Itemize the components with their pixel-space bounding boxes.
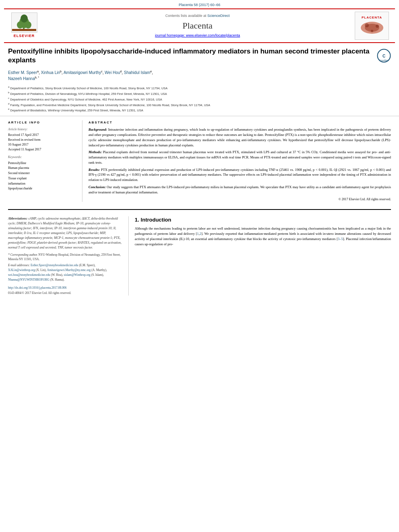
- background-text: Intrauterine infection and inflammation …: [88, 127, 391, 147]
- author-lin[interactable]: Xinhua Lin: [41, 70, 60, 75]
- svg-point-3: [25, 21, 31, 29]
- corresponding-section: * Corresponding author. NYU-Winthrop Hos…: [8, 253, 122, 262]
- affil-c: c Department of Obstetrics and Gynecolog…: [8, 96, 391, 102]
- ref-2-link[interactable]: 2: [200, 232, 201, 236]
- journal-center-header: Contents lists available at ScienceDirec…: [44, 13, 351, 38]
- abstract-text: Background: Intrauterine infection and i…: [88, 127, 391, 148]
- ref-3-5-link[interactable]: 3–5: [338, 237, 343, 241]
- intro-text: Although the mechanisms leading to prete…: [135, 226, 391, 247]
- history-label: Article history:: [8, 127, 76, 131]
- email-lin[interactable]: XALin@winthrop.org: [8, 268, 35, 272]
- author-speer-sup: a: [37, 70, 39, 73]
- author-islam[interactable]: Shahidul Islam: [124, 70, 150, 75]
- revised-label: Received in revised form: [8, 138, 76, 142]
- author-hou[interactable]: Wei Hou: [105, 70, 120, 75]
- author-islam-sup: e: [150, 70, 152, 73]
- svg-point-2: [17, 21, 23, 29]
- abstract-col: ABSTRACT Background: Intrauterine infect…: [82, 120, 391, 201]
- article-title: Pentoxifylline inhibits lipopolysacchari…: [8, 47, 373, 65]
- authors-section: Esther M. Speera, Xinhua Linb, Amitasrig…: [0, 68, 399, 84]
- keyword-4: Tissue explant: [8, 176, 76, 181]
- placenta-logo-image: [358, 20, 386, 36]
- page: Placenta 58 (2017) 60–66 ELSEVIER: [0, 0, 399, 299]
- elsevier-tree-icon: [12, 14, 36, 32]
- authors-line: Esther M. Speera, Xinhua Linb, Amitasrig…: [8, 70, 391, 82]
- abbreviations-header: Abbreviations: cAMP, cyclic adenosine mo…: [8, 216, 122, 250]
- footer-notes-col: Abbreviations: cAMP, cyclic adenosine mo…: [8, 216, 129, 296]
- sciencedirect-link[interactable]: ScienceDirect: [208, 14, 230, 18]
- svg-rect-5: [12, 29, 36, 31]
- author-speer[interactable]: Esther M. Speer: [8, 70, 37, 75]
- keyword-2: Human placenta: [8, 166, 76, 171]
- results-text: PTX preferentially inhibited placental e…: [88, 168, 391, 182]
- keywords-label: Keywords:: [8, 155, 76, 159]
- sciencedirect-label: Contents lists available at ScienceDirec…: [44, 13, 351, 18]
- journal-header: ELSEVIER Contents lists available at Sci…: [4, 8, 395, 43]
- keyword-6: lipopolysaccharide: [8, 186, 76, 191]
- author-hanna-sup: b, *: [35, 76, 39, 79]
- journal-homepage-link[interactable]: journal homepage: www.elsevier.com/locat…: [155, 33, 240, 37]
- doi-section: http://dx.doi.org/10.1016/j.placenta.201…: [8, 286, 122, 290]
- methods-text: Placental explants derived from normal s…: [88, 150, 391, 164]
- keyword-5: inflammation: [8, 181, 76, 187]
- copyright-line: © 2017 Elsevier Ltd. All rights reserved…: [88, 197, 391, 201]
- doi-link[interactable]: http://dx.doi.org/10.1016/j.placenta.201…: [8, 286, 66, 290]
- introduction-col: 1. Introduction Although the mechanisms …: [129, 216, 391, 296]
- author-murthy-sup: c: [101, 70, 103, 73]
- keyword-3: Second trimester: [8, 171, 76, 176]
- journal-title: Placenta: [44, 20, 351, 32]
- placenta-logo-area: PLACENTA: [355, 12, 391, 40]
- intro-section-number: 1.: [135, 216, 139, 224]
- conclusion-paragraph: Conclusion: Our study suggests that PTX …: [88, 185, 391, 195]
- journal-citation-bar: Placenta 58 (2017) 60–66: [0, 0, 399, 8]
- issn-section: 0143-4004/© 2017 Elsevier Ltd. All right…: [8, 291, 122, 295]
- placenta-logo-box: PLACENTA: [355, 12, 389, 40]
- conclusion-label: Conclusion:: [88, 185, 107, 189]
- elsevier-brand-text: ELSEVIER: [14, 33, 35, 39]
- author-lin-sup: b: [60, 70, 62, 73]
- crossmark-icon[interactable]: C CrossMark: [377, 49, 391, 63]
- journal-homepage: journal homepage: www.elsevier.com/locat…: [44, 33, 351, 38]
- affil-d: d Family, Population, and Preventive Med…: [8, 102, 391, 107]
- methods-paragraph: Methods: Placental explants derived from…: [88, 150, 391, 165]
- email-murthy[interactable]: Amitasrigowri.Murthy@ny.nmc.org: [47, 268, 91, 272]
- svg-point-9: [376, 25, 379, 28]
- elsevier-logo-image: [11, 12, 37, 33]
- affiliations-section: a Department of Pediatrics, Stony Brook …: [0, 83, 399, 116]
- intro-section-title: Introduction: [141, 216, 171, 224]
- email-hou[interactable]: wei.hou@stonybrookmedicine.edu: [8, 273, 50, 277]
- author-hou-sup: d: [120, 70, 122, 73]
- affil-b: b Department of Pediatrics, Division of …: [8, 90, 391, 96]
- journal-citation: Placenta 58 (2017) 60–66: [179, 3, 220, 7]
- methods-label: Methods:: [88, 150, 103, 154]
- elsevier-logo: ELSEVIER: [11, 12, 37, 39]
- svg-point-10: [371, 30, 373, 32]
- author-hanna[interactable]: Nazeeh Hanna: [8, 76, 35, 81]
- svg-point-4: [21, 14, 28, 23]
- affil-a: a Department of Pediatrics, Stony Brook …: [8, 85, 391, 90]
- ref-1-link[interactable]: 1: [197, 232, 199, 236]
- conclusion-text: Our study suggests that PTX attenuates t…: [88, 185, 391, 194]
- crossmark-svg: C CrossMark: [377, 49, 391, 63]
- footer-two-col: Abbreviations: cAMP, cyclic adenosine mo…: [0, 213, 399, 299]
- received-date: Received 17 April 2017: [8, 133, 76, 137]
- svg-point-8: [365, 23, 369, 27]
- article-info-section-label: ARTICLE INFO: [8, 120, 76, 125]
- background-label: Background:: [88, 127, 108, 131]
- email-speer[interactable]: Esther.Speer@stonybrookmedicine.edu: [31, 263, 78, 267]
- abstract-section-label: ABSTRACT: [88, 120, 391, 125]
- svg-text:C: C: [383, 54, 385, 58]
- email-islam[interactable]: sislam@Winthrop.org: [64, 273, 90, 277]
- svg-text:CrossMark: CrossMark: [379, 59, 389, 62]
- bottom-divider: [8, 209, 391, 210]
- keyword-1: Pentoxifylline: [8, 161, 76, 166]
- author-murthy[interactable]: Amitasrigowri Murthy: [64, 70, 101, 75]
- email-hanna[interactable]: Nhanna@NYUWINTHROP.ORG: [8, 278, 49, 281]
- elsevier-logo-area: ELSEVIER: [8, 12, 40, 39]
- results-label: Results:: [88, 168, 101, 172]
- placenta-logo-text: PLACENTA: [362, 15, 382, 20]
- emails-section: E-mail addresses: Esther.Speer@stonybroo…: [8, 263, 122, 282]
- abbreviations-text: cAMP, cyclic adenosine monophosphate; ΔΔ…: [8, 217, 121, 249]
- article-info-col: ARTICLE INFO Article history: Received 1…: [8, 120, 82, 201]
- results-paragraph: Results: PTX preferentially inhibited pl…: [88, 167, 391, 183]
